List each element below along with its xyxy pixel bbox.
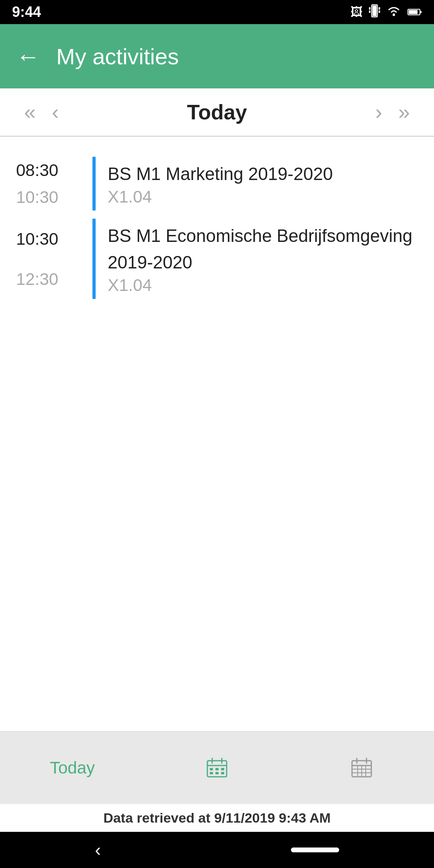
navigation-row: « ‹ Today › » [0,88,434,137]
svg-point-6 [393,14,395,16]
nav-prev-prev-button[interactable]: « [16,98,44,127]
nav-prev-group: « ‹ [16,98,67,127]
nav-prev-button[interactable]: ‹ [44,98,67,127]
calendar-month-icon [350,757,373,779]
android-nav-bar: ‹ [0,832,434,868]
svg-rect-18 [215,772,219,774]
nav-next-next-button[interactable]: » [390,98,418,127]
end-time-1: 10:30 [16,184,80,211]
svg-rect-14 [210,768,213,770]
svg-rect-3 [369,10,371,13]
course-name-2: BS M1 Economische Bedrijfsomgeving 2019-… [108,223,418,276]
start-time-2: 10:30 [16,225,80,252]
content-col-1: BS M1 Marketing 2019-2020 X1.04 [108,157,418,211]
vibrate-icon [369,4,380,20]
status-icons: 🖼 [350,4,422,20]
svg-rect-15 [215,768,219,770]
status-time: 9:44 [12,4,41,20]
course-location-2: X1.04 [108,276,418,295]
course-location-1: X1.04 [108,187,418,207]
data-footer: Data retrieved at 9/11/2019 9:43 AM [0,804,434,832]
schedule-item-1[interactable]: 08:30 10:30 BS M1 Marketing 2019-2020 X1… [0,157,434,211]
tab-month-calendar[interactable] [321,757,402,779]
nav-next-group: › » [367,98,418,127]
schedule-list: 08:30 10:30 BS M1 Marketing 2019-2020 X1… [0,137,434,731]
page-title: My activities [56,43,179,70]
svg-rect-5 [379,10,380,13]
activity-bar-2 [92,219,96,299]
android-home-pill[interactable] [291,848,339,852]
battery-icon [407,5,422,19]
app-bar: ← My activities [0,24,434,88]
svg-rect-9 [420,11,422,13]
svg-rect-1 [373,6,377,16]
nav-next-button[interactable]: › [367,98,390,127]
end-time-2: 12:30 [16,266,80,293]
svg-rect-4 [379,7,380,10]
course-name-1: BS M1 Marketing 2019-2020 [108,161,418,187]
svg-rect-8 [409,10,418,14]
svg-rect-19 [221,772,224,774]
schedule-item-2[interactable]: 10:30 12:30 BS M1 Economische Bedrijfsom… [0,219,434,299]
data-retrieved-text: Data retrieved at 9/11/2019 9:43 AM [103,810,331,826]
tab-today[interactable]: Today [32,758,113,778]
wifi-icon [387,5,401,19]
calendar-week-icon [206,757,228,779]
android-back-button[interactable]: ‹ [95,840,101,860]
activity-bar-1 [92,157,96,211]
image-icon: 🖼 [350,5,362,19]
time-column-1: 08:30 10:30 [16,157,80,211]
svg-rect-17 [210,772,213,774]
svg-rect-2 [369,7,371,10]
tab-week-calendar[interactable] [177,757,257,779]
bottom-tabs: Today [0,731,434,804]
start-time-1: 08:30 [16,157,80,184]
content-col-2: BS M1 Economische Bedrijfsomgeving 2019-… [108,219,418,299]
back-button[interactable]: ← [16,43,40,70]
status-bar: 9:44 🖼 [0,0,434,24]
svg-rect-16 [221,768,224,770]
time-column-2: 10:30 12:30 [16,219,80,299]
tab-today-label: Today [50,758,95,778]
nav-current-label: Today [187,100,247,124]
